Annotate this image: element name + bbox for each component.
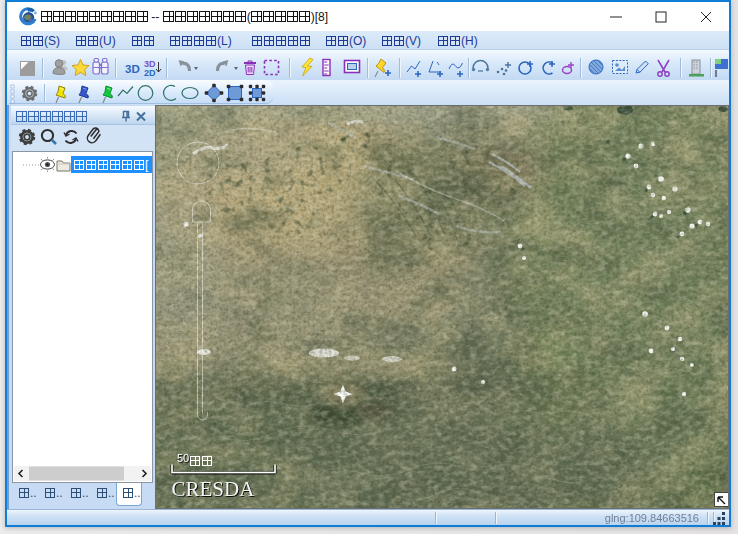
svg-text:2D: 2D: [144, 68, 156, 78]
svg-text:3D: 3D: [125, 63, 140, 75]
svg-text:CRESDA: CRESDA: [172, 477, 256, 501]
svg-text:50: 50: [177, 452, 189, 464]
